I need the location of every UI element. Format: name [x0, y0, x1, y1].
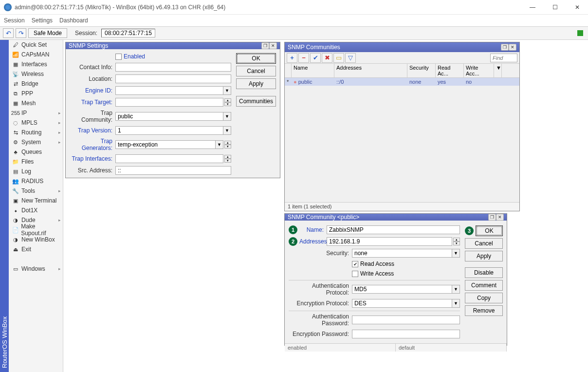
sidebar-item-radius[interactable]: 👥RADIUS [9, 176, 63, 186]
apply-button[interactable]: Apply [236, 78, 276, 89]
sidebar-item-new-terminal[interactable]: ▣New Terminal [9, 196, 63, 205]
col-writeacc[interactable]: Write Acc... [464, 64, 494, 77]
ok-button[interactable]: OK [476, 225, 503, 236]
addresses-input[interactable] [327, 237, 452, 246]
sidebar-item-new-winbox[interactable]: ◑New WinBox [9, 235, 63, 244]
sidebar-item-bridge[interactable]: ⇄Bridge [9, 79, 63, 89]
find-input[interactable] [490, 54, 517, 62]
table-row[interactable]: * ● public ::/0 none yes no [285, 78, 519, 86]
comment-button[interactable]: Comment [465, 280, 503, 291]
trap-version-dropdown[interactable]: ▼ [223, 126, 231, 135]
enabled-checkbox[interactable] [115, 54, 122, 60]
copy-button[interactable]: Copy [465, 293, 503, 303]
sidebar-item-quick-set[interactable]: 🖊Quick Set [9, 40, 63, 50]
src-input[interactable] [115, 166, 231, 175]
panel-close-button[interactable]: ✕ [269, 42, 277, 49]
engine-dropdown[interactable]: ▼ [223, 86, 231, 95]
name-input[interactable] [327, 225, 460, 234]
add-button[interactable]: + [287, 53, 297, 63]
titlebar: admin@08:00:27:51:77:15 (MikroTik) - Win… [0, 0, 588, 15]
panel-close-button[interactable]: ✕ [509, 44, 516, 51]
session-value: 08:00:27:51:77:15 [101, 29, 155, 37]
filter-button[interactable]: ▽ [345, 53, 356, 63]
sidebar-item-make-supout.rif[interactable]: 📄Make Supout.rif [9, 225, 63, 235]
col-addresses[interactable]: Addresses [334, 64, 407, 77]
location-input[interactable] [115, 74, 231, 83]
trap-if-spinner[interactable]: ▴▾ [224, 155, 231, 163]
sidebar-item-routing[interactable]: ⇆Routing▸ [9, 128, 63, 137]
sidebar-item-exit[interactable]: ⏏Exit [9, 244, 63, 254]
remove-button[interactable]: − [298, 53, 309, 63]
trap-community-dropdown[interactable]: ▼ [223, 112, 231, 121]
communities-button[interactable]: Communities [236, 96, 276, 107]
sidebar-item-dot1x[interactable]: ⬥Dot1X [9, 205, 63, 215]
sidebar-item-capsman[interactable]: 📶CAPsMAN [9, 50, 63, 59]
maximize-button[interactable]: ☐ [548, 2, 562, 13]
col-name[interactable]: Name [292, 64, 334, 77]
sidebar-item-label: CAPsMAN [21, 51, 49, 58]
security-input[interactable] [352, 249, 452, 258]
comment-button[interactable]: ▭ [333, 53, 344, 63]
menu-icon: 📁 [12, 158, 19, 166]
sidebar-item-windows[interactable]: ▭Windows▸ [9, 264, 63, 274]
trap-community-input[interactable] [115, 112, 223, 121]
auth-proto-dropdown[interactable]: ▼ [452, 285, 460, 294]
auth-proto-input[interactable] [352, 285, 452, 294]
panel-close-button[interactable]: ✕ [496, 214, 504, 221]
disable-button[interactable]: ✖ [322, 53, 332, 63]
addresses-spinner[interactable]: ▴▾ [453, 238, 460, 245]
trap-gen-dropdown[interactable]: ▼ [216, 140, 223, 149]
trap-target-input[interactable] [115, 98, 223, 107]
submenu-arrow-icon: ▸ [58, 130, 61, 135]
write-access-checkbox[interactable] [352, 271, 358, 277]
ok-button[interactable]: OK [236, 53, 276, 64]
col-security[interactable]: Security [407, 64, 436, 77]
enc-proto-input[interactable] [352, 299, 452, 308]
trap-if-input[interactable] [115, 154, 223, 163]
sidebar-item-label: Tools [21, 187, 35, 194]
sidebar-item-queues[interactable]: ♣Queues [9, 147, 63, 157]
menu-settings[interactable]: Settings [32, 17, 53, 24]
sidebar-item-interfaces[interactable]: ▦Interfaces [9, 59, 63, 69]
security-dropdown[interactable]: ▼ [452, 249, 460, 258]
cancel-button[interactable]: Cancel [236, 66, 276, 76]
engine-input[interactable] [115, 86, 223, 95]
trap-gen-spinner[interactable]: ▴▾ [224, 141, 231, 149]
contact-input[interactable] [115, 63, 231, 72]
trap-version-input[interactable] [115, 126, 223, 135]
redo-button[interactable]: ↷ [16, 28, 26, 38]
sidebar-item-label: Log [21, 168, 31, 175]
sidebar-item-log[interactable]: ▤Log [9, 167, 63, 176]
close-button[interactable]: ✕ [570, 2, 584, 13]
enc-proto-dropdown[interactable]: ▼ [452, 299, 460, 308]
panel-restore-button[interactable]: ❐ [488, 214, 496, 221]
panel-restore-button[interactable]: ❐ [261, 42, 269, 49]
disable-button[interactable]: Disable [465, 267, 503, 278]
safe-mode-button[interactable]: Safe Mode [28, 28, 67, 38]
col-menu[interactable]: ▼ [494, 64, 502, 77]
sidebar-item-tools[interactable]: 🔧Tools▸ [9, 186, 63, 196]
panel-restore-button[interactable]: ❐ [501, 44, 509, 51]
undo-button[interactable]: ↶ [3, 28, 14, 38]
minimize-button[interactable]: — [526, 2, 539, 13]
sidebar-item-ip[interactable]: 255IP▸ [9, 108, 63, 118]
sidebar-item-mpls[interactable]: ◌MPLS▸ [9, 118, 63, 128]
cancel-button[interactable]: Cancel [465, 238, 503, 249]
sidebar-item-wireless[interactable]: 📡Wireless [9, 69, 63, 79]
apply-button[interactable]: Apply [465, 251, 503, 261]
remove-button[interactable]: Remove [465, 305, 503, 316]
menu-icon: ◑ [12, 236, 19, 243]
menu-dashboard[interactable]: Dashboard [59, 17, 88, 24]
enc-pass-input[interactable] [352, 330, 460, 338]
auth-pass-input[interactable] [352, 316, 460, 324]
col-readacc[interactable]: Read Ac... [436, 64, 464, 77]
trap-target-spinner[interactable]: ▴▾ [224, 98, 231, 106]
sidebar-item-ppp[interactable]: ⧉PPP [9, 89, 63, 98]
trap-gen-input[interactable] [115, 140, 216, 149]
read-access-checkbox[interactable]: ✔ [352, 261, 358, 267]
sidebar-item-system[interactable]: ⚙System▸ [9, 137, 63, 147]
sidebar-item-mesh[interactable]: ▦Mesh [9, 98, 63, 108]
menu-session[interactable]: Session [4, 17, 25, 24]
sidebar-item-files[interactable]: 📁Files [9, 157, 63, 167]
enable-button[interactable]: ✔ [310, 53, 321, 63]
